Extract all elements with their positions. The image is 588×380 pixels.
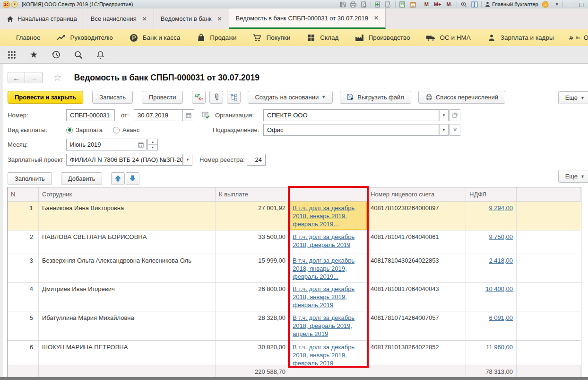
cell-account[interactable]: 40817810714264007057 — [367, 311, 466, 340]
tab-all-accruals[interactable]: Все начисления ✕ — [84, 9, 154, 29]
cell-employee[interactable]: ПАВЛОВА СВЕТЛАНА БОРИСОВНА — [39, 230, 216, 254]
related-documents-button[interactable] — [227, 91, 241, 104]
department-clear-icon[interactable]: ✕ — [450, 124, 460, 136]
number-input[interactable]: СПБП-000031 — [66, 109, 115, 121]
cell-account[interactable]: 40817810130264022852 — [367, 341, 466, 365]
cell-amount[interactable]: 26 800,00 — [216, 283, 289, 311]
print-preview-icon[interactable] — [360, 1, 367, 8]
window-menu-icon[interactable]: ▼ — [11, 1, 18, 8]
menu-item-purchases[interactable]: Покупки — [253, 34, 291, 42]
calendar-icon[interactable]: 31 — [409, 1, 416, 8]
salary-project-dropdown-icon[interactable]: ▼ — [183, 154, 192, 166]
table-row[interactable]: 6 ШОКУН МАРИНА ПЕТРОВНА 30 820,00 В т.ч.… — [8, 341, 581, 365]
export-file-icon[interactable] — [385, 1, 392, 8]
debt-link[interactable]: В т.ч. долг за декабрь 2018, январь 2019… — [293, 285, 355, 309]
cell-empty[interactable] — [517, 230, 581, 254]
organization-open-icon[interactable] — [450, 109, 460, 121]
debt-link[interactable]: В т.ч. долг за декабрь 2018, январь 2019… — [293, 344, 355, 367]
export-file-button[interactable]: Выгрузить файл — [340, 91, 411, 104]
cell-amount[interactable]: 30 820,00 — [216, 341, 289, 365]
cell-empty[interactable] — [517, 311, 581, 340]
forward-button[interactable]: → — [25, 72, 43, 83]
memory-recall-button[interactable]: M — [424, 1, 430, 7]
memory-plus-button[interactable]: M+ — [433, 1, 442, 7]
cell-employee[interactable]: Ибатуллина Мария Михайловна — [39, 311, 216, 340]
calculator-icon[interactable] — [399, 1, 406, 8]
menu-item-bank-cash[interactable]: Банк и касса — [129, 34, 181, 42]
cell-row-number[interactable]: 1 — [8, 202, 39, 230]
cell-row-number[interactable]: 5 — [8, 311, 39, 340]
post-and-close-button[interactable]: Провести и закрыть — [8, 91, 83, 104]
table-row[interactable]: 4 Дмитриев Иван Игоревич 26 800,00 В т.ч… — [8, 283, 581, 311]
cell-account[interactable]: 40817810430264022853 — [367, 254, 466, 282]
cell-empty[interactable] — [517, 283, 581, 311]
post-button[interactable]: Провести — [142, 91, 183, 104]
radio-salary[interactable] — [66, 127, 73, 133]
menu-item-manager[interactable]: Руководителю — [57, 34, 113, 42]
cell-empty[interactable] — [517, 254, 581, 282]
cell-account[interactable]: 40817810817064040043 — [367, 283, 466, 311]
cell-debt[interactable]: В т.ч. долг за декабрь 2018, февраль 201… — [289, 311, 367, 340]
info-icon[interactable]: i — [542, 1, 549, 8]
tab-home[interactable]: Начальная страница — [0, 9, 84, 29]
favorite-star-icon[interactable]: ☆ — [53, 72, 62, 83]
cell-ndfl[interactable]: 9 750,00 — [466, 230, 517, 254]
attachments-button[interactable] — [209, 91, 223, 104]
organization-dropdown-icon[interactable]: ▼ — [439, 109, 449, 121]
zoom-in-icon[interactable] — [460, 1, 467, 8]
col-header-ndfl[interactable]: НДФЛ — [466, 187, 517, 201]
ndfl-link[interactable]: 2 418,00 — [489, 257, 513, 264]
department-input[interactable]: Офис — [263, 124, 439, 136]
date-input[interactable]: 30.07.2019 — [134, 109, 183, 121]
cell-account[interactable]: 40817810230264000897 — [367, 202, 466, 230]
chevron-down-icon[interactable]: ▼ — [555, 2, 559, 7]
col-header-account[interactable]: Номер лицевого счета — [367, 187, 466, 201]
cell-ndfl[interactable]: 9 294,00 — [466, 202, 517, 230]
back-button[interactable]: ← — [8, 72, 25, 83]
salary-project-input[interactable]: ФИЛИАЛ N 7806 ВТБ 24 (ПАО) №ЗП-201 — [66, 154, 183, 166]
1c-logo-icon[interactable]: 1с — [3, 1, 10, 8]
date-calendar-icon[interactable] — [183, 109, 194, 121]
ndfl-link[interactable]: 9 294,00 — [489, 204, 513, 212]
cell-row-number[interactable]: 4 — [8, 283, 39, 311]
registry-number-input[interactable]: 24 — [247, 154, 266, 166]
cell-amount[interactable]: 27 001,92 — [216, 202, 289, 230]
debt-link[interactable]: В т.ч. долг за декабрь 2018, январь 2019… — [293, 204, 355, 228]
ndfl-link[interactable]: 10 400,00 — [485, 285, 513, 292]
debt-link[interactable]: В т.ч. долг за декабрь 2018, февраль 201… — [293, 314, 355, 337]
cell-employee[interactable]: ШОКУН МАРИНА ПЕТРОВНА — [39, 341, 216, 365]
month-calendar-icon[interactable] — [135, 139, 147, 150]
move-up-button[interactable] — [111, 172, 125, 185]
notifications-bell-icon[interactable] — [96, 51, 104, 59]
memory-minus-button[interactable]: M- — [445, 1, 453, 7]
import-file-icon[interactable] — [374, 1, 381, 8]
debt-link[interactable]: В т.ч. долг за декабрь 2018, январь 2019… — [293, 257, 355, 280]
apps-grid-icon[interactable] — [8, 51, 16, 59]
cell-row-number[interactable]: 3 — [8, 254, 39, 282]
save-button[interactable]: Записать — [92, 91, 133, 104]
print-icon[interactable] — [350, 1, 357, 8]
maximize-icon[interactable]: ▢ — [578, 1, 585, 8]
move-down-button[interactable] — [126, 172, 139, 185]
cell-debt[interactable]: В т.ч. долг за декабрь 2018, январь 2019… — [289, 202, 367, 230]
col-header-employee[interactable]: Сотрудник — [39, 187, 216, 201]
save-icon[interactable] — [339, 1, 346, 8]
menu-item-operations[interactable]: ДтКт Опера — [570, 34, 588, 42]
month-spinner[interactable]: ▲▼ — [147, 139, 158, 150]
cell-ndfl[interactable]: 11 960,00 — [466, 341, 517, 365]
show-postings-button[interactable]: ДтКт — [192, 91, 206, 104]
tab-bank-statements[interactable]: Ведомости в банк ✕ — [154, 9, 229, 29]
cell-employee[interactable]: Безверхняя Ольга Александровна Колеснико… — [39, 254, 216, 282]
close-icon[interactable]: ✕ — [374, 15, 379, 21]
menu-item-salary-hr[interactable]: Зарплата и кадры — [487, 34, 554, 42]
cell-ndfl[interactable]: 6 091,00 — [466, 311, 517, 340]
cell-amount[interactable]: 28 328,00 — [216, 311, 289, 340]
current-user[interactable]: Главный бухгалтер — [485, 1, 538, 7]
toolbar-more-button[interactable]: Еще▼ — [558, 91, 588, 104]
menu-item-fixed-assets[interactable]: ОС и НМА — [426, 34, 470, 42]
radio-advance[interactable] — [113, 127, 120, 133]
fill-button[interactable]: Заполнить — [8, 172, 52, 185]
add-button[interactable]: Добавить — [61, 172, 102, 185]
col-header-n[interactable]: N — [8, 187, 39, 201]
organization-input[interactable]: СПЕКТР ООО — [263, 109, 439, 121]
